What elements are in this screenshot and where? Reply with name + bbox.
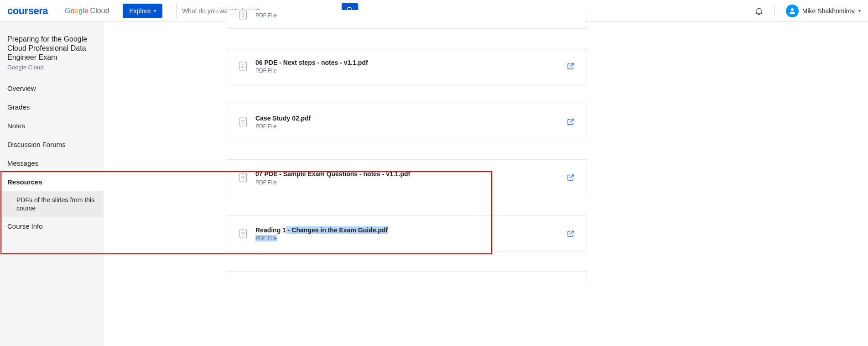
file-title: 06 PDE - Next steps - notes - v1.1.pdf xyxy=(255,58,558,67)
sidebar-item-overview[interactable]: Overview xyxy=(0,79,104,98)
file-title: 07 PDE - Sample Exam Questions - notes -… xyxy=(255,170,558,178)
divider xyxy=(59,5,59,16)
header-right: Mike Shakhomirov ▾ xyxy=(754,5,861,17)
google-cloud-logo[interactable]: Google Cloud xyxy=(65,7,109,15)
sidebar-item-messages[interactable]: Messages xyxy=(0,154,104,173)
file-type: PDF File xyxy=(255,123,558,130)
course-title: Preparing for the Google Cloud Professio… xyxy=(0,35,104,64)
chevron-down-icon: ▾ xyxy=(858,8,861,13)
document-icon xyxy=(239,173,247,183)
file-title: Reading 1 - Changes in the Exam Guide.pd… xyxy=(255,226,558,234)
open-external-icon[interactable] xyxy=(567,230,575,238)
file-info: Reading 1 - Changes in the Exam Guide.pd… xyxy=(255,226,558,241)
file-row[interactable]: Reading 1 - Changes in the Exam Guide.pd… xyxy=(227,215,587,252)
open-external-icon[interactable] xyxy=(567,118,575,126)
avatar xyxy=(786,5,799,17)
explore-label: Explore xyxy=(129,7,151,15)
file-info: 07 PDE - Sample Exam Questions - notes -… xyxy=(255,170,558,185)
file-info: Case Study 02.pdfPDF File xyxy=(255,114,558,130)
file-info: PDF File xyxy=(255,11,575,19)
sidebar-item-resources[interactable]: Resources xyxy=(0,173,104,191)
file-list: PDF File06 PDE - Next steps - notes - v1… xyxy=(227,13,587,267)
document-icon xyxy=(239,229,247,239)
sidebar-item-course-info[interactable]: Course Info xyxy=(0,217,104,236)
file-row[interactable]: PDF File xyxy=(227,10,587,29)
layout: Preparing for the Google Cloud Professio… xyxy=(0,22,868,346)
course-provider: Google Cloud xyxy=(0,64,104,79)
document-icon xyxy=(239,117,247,127)
sidebar: Preparing for the Google Cloud Professio… xyxy=(0,22,104,346)
file-row[interactable]: 07 PDE - Sample Exam Questions - notes -… xyxy=(227,159,587,196)
user-menu[interactable]: Mike Shakhomirov ▾ xyxy=(786,5,861,17)
main-content: PDF File06 PDE - Next steps - notes - v1… xyxy=(104,22,868,346)
file-row[interactable]: Case Study 02.pdfPDF File xyxy=(227,104,587,140)
divider xyxy=(774,5,775,16)
file-type: PDF File xyxy=(255,68,558,74)
document-icon xyxy=(239,61,247,71)
file-title: Case Study 02.pdf xyxy=(255,114,558,122)
file-row[interactable]: 06 PDE - Next steps - notes - v1.1.pdfPD… xyxy=(227,48,587,84)
coursera-logo[interactable]: coursera xyxy=(7,5,48,17)
sidebar-item-discussion-forums[interactable]: Discussion Forums xyxy=(0,135,104,154)
file-type: PDF File xyxy=(255,12,575,19)
username: Mike Shakhomirov xyxy=(802,7,855,15)
open-external-icon[interactable] xyxy=(567,173,575,182)
explore-button[interactable]: Explore ▾ xyxy=(123,4,162,18)
open-external-icon[interactable] xyxy=(567,62,575,70)
sidebar-subitem-pdfs[interactable]: PDFs of the slides from this course xyxy=(0,191,104,217)
sidebar-item-grades[interactable]: Grades xyxy=(0,98,104,116)
file-row[interactable] xyxy=(227,271,587,285)
file-type: PDF File xyxy=(255,235,558,241)
document-icon xyxy=(239,10,247,20)
notifications-icon[interactable] xyxy=(754,6,764,16)
chevron-down-icon: ▾ xyxy=(154,8,156,13)
file-info: 06 PDE - Next steps - notes - v1.1.pdfPD… xyxy=(255,58,558,74)
sidebar-item-notes[interactable]: Notes xyxy=(0,116,104,135)
file-type: PDF File xyxy=(255,179,558,186)
svg-point-0 xyxy=(791,8,794,11)
